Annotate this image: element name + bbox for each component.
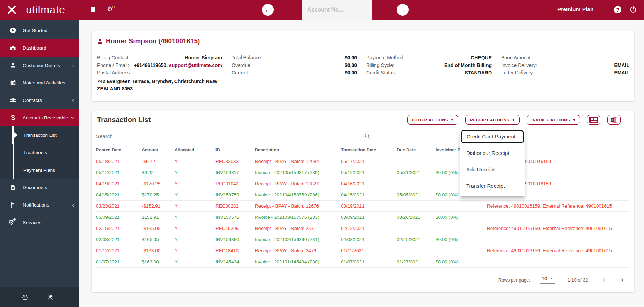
table-row[interactable]: 04/19/2021-$170.25YREC31042Receipt - BPA… bbox=[96, 178, 629, 189]
sidebar-item-label: Notes and Activities bbox=[23, 80, 65, 85]
settings-gears-icon[interactable]: ⚙⚙ bbox=[107, 5, 116, 13]
book-icon[interactable] bbox=[89, 6, 96, 15]
sidebar-item-get-started[interactable]: Get Started bbox=[0, 22, 79, 39]
cell-posted: 05/12/2021 bbox=[96, 170, 142, 175]
sidebar-item-customer-details[interactable]: Customer Details‹ bbox=[0, 57, 79, 74]
table-row[interactable]: 04/15/2021$170.25YINV158759Invoice - 202… bbox=[96, 189, 629, 201]
other-actions-button[interactable]: OTHER ACTIONS ▾ bbox=[407, 115, 458, 125]
table-row[interactable]: 05/18/2021-$9.42YREC32033Receipt - BPAY … bbox=[96, 156, 629, 167]
account-search-input[interactable] bbox=[302, 7, 384, 13]
logout-power-icon[interactable] bbox=[629, 6, 637, 15]
email-link[interactable]: support@utilmate.com bbox=[169, 62, 222, 68]
sidebar-item-treatments[interactable]: Treatments bbox=[0, 144, 79, 161]
sidebar-item-label: Get Started bbox=[23, 28, 47, 33]
cell-description: Invoice - 202104/158759 (236) bbox=[255, 192, 341, 197]
current-label: Current: bbox=[232, 69, 249, 77]
table-row[interactable]: 01/12/2021-$163.00YREC18410Receipt - BPA… bbox=[96, 245, 629, 256]
menu-item-add-receipt[interactable]: Add Receipt bbox=[460, 161, 525, 178]
next-account-button[interactable]: → bbox=[397, 4, 409, 16]
gear-small-icon: ⚙ bbox=[111, 5, 115, 9]
cell-tx-date: 03/19/2021 bbox=[341, 203, 397, 209]
rows-per-page-select[interactable]: 10 ▾ bbox=[540, 276, 555, 284]
customer-summary-card: Homer Simpson (4901001615) Billing Conta… bbox=[92, 31, 634, 101]
invoice-actions-label: INVOICE ACTIONS bbox=[532, 118, 570, 122]
brand-logo[interactable]: utilmate bbox=[6, 3, 65, 16]
cell-due: 05/31/2021 bbox=[397, 170, 436, 175]
cell-tx-date: 05/12/2021 bbox=[341, 170, 397, 175]
sidebar-item-label: Dashboard bbox=[23, 45, 46, 51]
top-bar: utilmate ⚙⚙ ← → Premium Plan ? bbox=[0, 0, 644, 20]
chevron-left-icon: ‹ bbox=[72, 202, 74, 208]
export-excel-button[interactable]: X bbox=[607, 115, 621, 125]
cell-id: INV157576 bbox=[215, 215, 255, 220]
menu-item-dishonour-receipt[interactable]: Dishonour Receipt bbox=[460, 145, 525, 161]
receipt-actions-button[interactable]: RECEIPT ACTIONS ▾ bbox=[465, 115, 520, 125]
cell-amount: $170.25 bbox=[142, 192, 175, 197]
detail-view-button[interactable] bbox=[587, 115, 600, 125]
table-row[interactable]: 03/09/2021$152.91YINV157576Invoice - 202… bbox=[96, 212, 629, 223]
help-icon[interactable]: ? bbox=[614, 6, 621, 13]
phone-email-label: Phone / Email: bbox=[97, 62, 129, 69]
invoice-actions-button[interactable]: INVOICE ACTIONS ▾ bbox=[527, 115, 580, 125]
sidebar-item-contacts[interactable]: Contacts‹ bbox=[0, 91, 79, 109]
invoice-delivery-label: Invoice Delivery: bbox=[501, 62, 537, 69]
table-row[interactable]: 03/23/2021-$152.91YREC30282Receipt - BPA… bbox=[96, 201, 629, 212]
next-page-button[interactable]: › bbox=[621, 275, 624, 284]
cell-id: INV158759 bbox=[215, 192, 255, 197]
cell-id: REC32033 bbox=[215, 159, 255, 164]
postal-address-label: Postal Address: bbox=[97, 69, 131, 77]
sidebar-item-notes-and-activities[interactable]: Notes and Activities bbox=[0, 74, 79, 91]
sidebar-item-payment-plans[interactable]: Payment Plans bbox=[0, 161, 79, 179]
menu-item-credit-card-payment[interactable]: Credit Card Payment bbox=[461, 130, 524, 143]
billing-cycle-value: End of Month Billing bbox=[444, 62, 492, 69]
cell-invoicing: $0.00 (0%) bbox=[436, 215, 487, 220]
transaction-search bbox=[96, 130, 371, 142]
table-row[interactable]: 02/08/2021$165.05YINV156360Invoice - 202… bbox=[96, 234, 629, 245]
table-row[interactable]: 02/15/2021-$165.05YREC19296Receipt - BPA… bbox=[96, 223, 629, 234]
previous-page-button[interactable]: ‹ bbox=[602, 275, 605, 284]
flag-icon bbox=[8, 202, 17, 208]
cell-due: 03/26/2021 bbox=[397, 215, 436, 220]
excel-icon: X bbox=[610, 117, 618, 123]
sidebar-item-services[interactable]: ⚙⚙Services bbox=[0, 214, 79, 231]
chevron-left-icon: ‹ bbox=[72, 62, 74, 68]
cell-tx-date: 02/12/2021 bbox=[341, 226, 397, 231]
sidebar-item-label: Notifications bbox=[23, 202, 49, 208]
table-row[interactable]: 05/12/2021$9.42YINV159817Invoice - 20210… bbox=[96, 167, 629, 178]
cell-allocated: Y bbox=[175, 181, 215, 186]
sidebar-power-icon[interactable] bbox=[22, 294, 28, 301]
main-content: Homer Simpson (4901001615) Billing Conta… bbox=[79, 20, 644, 307]
x-logo-icon bbox=[6, 3, 18, 16]
sidebar-item-accounts-receivable[interactable]: $Accounts Receivable› bbox=[0, 109, 79, 126]
menu-item-transfer-receipt[interactable]: Transfer Receipt bbox=[460, 178, 525, 194]
cell-description: Invoice - 202103/157576 (233) bbox=[255, 215, 341, 220]
home-icon bbox=[8, 44, 17, 51]
billing-cycle-label: Billing Cycle: bbox=[366, 62, 394, 69]
cell-tx-date: 01/07/2021 bbox=[341, 259, 397, 264]
customer-balance-column: Total Balance:$0.00 Overdue:$0.00 Curren… bbox=[227, 53, 362, 92]
cell-reference: Reference: 49010016159, External Referen… bbox=[487, 203, 629, 209]
cell-amount: -$9.42 bbox=[142, 159, 175, 164]
cell-allocated: Y bbox=[175, 192, 215, 197]
overdue-label: Overdue: bbox=[232, 62, 252, 69]
sidebar-item-dashboard[interactable]: Dashboard bbox=[0, 39, 79, 57]
gears-icon: ⚙⚙ bbox=[8, 218, 17, 226]
postal-address-value: 742 Evergreen Terrace, Bryndwr, Christch… bbox=[97, 78, 222, 92]
cell-description: Receipt - BPAY - Batch: 2571 bbox=[255, 226, 341, 231]
table-body: 05/18/2021-$9.42YREC32033Receipt - BPAY … bbox=[96, 156, 629, 268]
cell-allocated: Y bbox=[175, 215, 215, 220]
transaction-search-input[interactable] bbox=[96, 130, 364, 142]
calendar-icon bbox=[8, 80, 17, 86]
previous-account-button[interactable]: ← bbox=[262, 4, 274, 16]
cell-tx-date: 01/11/2021 bbox=[341, 248, 397, 253]
cell-description: Receipt - BPAY - Batch: 12984 bbox=[255, 159, 341, 164]
sidebar-item-transaction-list[interactable]: Transaction List bbox=[0, 126, 79, 144]
cell-allocated: Y bbox=[175, 159, 215, 164]
sidebar-item-documents[interactable]: Documents bbox=[0, 179, 79, 196]
cell-amount: $163.00 bbox=[142, 259, 175, 264]
table-row[interactable]: 01/07/2021$163.00YINV145434Invoice - 202… bbox=[96, 256, 629, 268]
sidebar-item-notifications[interactable]: Notifications‹ bbox=[0, 196, 79, 214]
document-icon bbox=[8, 184, 17, 191]
letter-delivery-label: Letter Delivery: bbox=[501, 69, 534, 77]
unpin-sidebar-icon[interactable] bbox=[46, 294, 53, 301]
